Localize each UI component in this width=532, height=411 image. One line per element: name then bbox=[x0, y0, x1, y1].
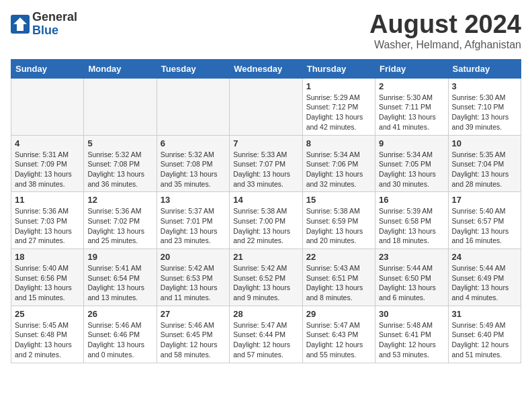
day-info: Sunrise: 5:38 AM Sunset: 7:00 PM Dayligh… bbox=[233, 206, 298, 246]
calendar-cell: 18Sunrise: 5:40 AM Sunset: 6:56 PM Dayli… bbox=[11, 249, 84, 306]
calendar-cell: 26Sunrise: 5:46 AM Sunset: 6:46 PM Dayli… bbox=[84, 306, 157, 363]
day-info: Sunrise: 5:47 AM Sunset: 6:43 PM Dayligh… bbox=[306, 320, 371, 360]
day-info: Sunrise: 5:41 AM Sunset: 6:54 PM Dayligh… bbox=[87, 263, 152, 303]
day-number: 9 bbox=[379, 138, 444, 148]
weekday-header-wednesday: Wednesday bbox=[230, 59, 302, 78]
calendar-cell: 17Sunrise: 5:40 AM Sunset: 6:57 PM Dayli… bbox=[448, 192, 521, 249]
logo-blue: Blue bbox=[32, 24, 77, 38]
calendar-cell: 24Sunrise: 5:44 AM Sunset: 6:49 PM Dayli… bbox=[448, 249, 521, 306]
month-title: August 2024 bbox=[369, 11, 521, 39]
day-number: 6 bbox=[161, 138, 226, 148]
calendar-cell bbox=[157, 78, 229, 135]
weekday-header-monday: Monday bbox=[84, 59, 157, 78]
logo-general: General bbox=[32, 11, 77, 24]
day-info: Sunrise: 5:38 AM Sunset: 6:59 PM Dayligh… bbox=[306, 206, 371, 246]
day-info: Sunrise: 5:42 AM Sunset: 6:53 PM Dayligh… bbox=[161, 263, 226, 303]
calendar-cell: 22Sunrise: 5:43 AM Sunset: 6:51 PM Dayli… bbox=[302, 249, 375, 306]
day-number: 27 bbox=[161, 309, 226, 319]
page-header: General Blue August 2024 Washer, Helmand… bbox=[11, 11, 521, 51]
day-info: Sunrise: 5:36 AM Sunset: 7:03 PM Dayligh… bbox=[15, 206, 80, 246]
calendar-cell: 5Sunrise: 5:32 AM Sunset: 7:08 PM Daylig… bbox=[84, 135, 157, 192]
day-number: 1 bbox=[306, 81, 371, 91]
day-info: Sunrise: 5:33 AM Sunset: 7:07 PM Dayligh… bbox=[233, 150, 298, 189]
day-number: 7 bbox=[233, 138, 298, 148]
day-number: 16 bbox=[379, 195, 444, 205]
day-info: Sunrise: 5:31 AM Sunset: 7:09 PM Dayligh… bbox=[15, 150, 80, 189]
calendar-cell: 8Sunrise: 5:34 AM Sunset: 7:06 PM Daylig… bbox=[302, 135, 375, 192]
day-number: 21 bbox=[233, 252, 298, 262]
day-info: Sunrise: 5:49 AM Sunset: 6:40 PM Dayligh… bbox=[452, 320, 517, 360]
calendar-cell: 20Sunrise: 5:42 AM Sunset: 6:53 PM Dayli… bbox=[157, 249, 229, 306]
day-number: 8 bbox=[306, 138, 371, 148]
calendar-cell: 2Sunrise: 5:30 AM Sunset: 7:11 PM Daylig… bbox=[375, 78, 448, 135]
day-info: Sunrise: 5:35 AM Sunset: 7:04 PM Dayligh… bbox=[452, 150, 517, 189]
calendar-cell: 10Sunrise: 5:35 AM Sunset: 7:04 PM Dayli… bbox=[448, 135, 521, 192]
calendar-cell: 11Sunrise: 5:36 AM Sunset: 7:03 PM Dayli… bbox=[11, 192, 84, 249]
logo-text: General Blue bbox=[32, 11, 77, 38]
calendar-cell: 13Sunrise: 5:37 AM Sunset: 7:01 PM Dayli… bbox=[157, 192, 229, 249]
day-number: 10 bbox=[452, 138, 517, 148]
week-row-5: 25Sunrise: 5:45 AM Sunset: 6:48 PM Dayli… bbox=[11, 306, 521, 363]
weekday-header-thursday: Thursday bbox=[302, 59, 375, 78]
weekday-header-row: SundayMondayTuesdayWednesdayThursdayFrid… bbox=[11, 59, 521, 78]
calendar-cell bbox=[230, 78, 302, 135]
day-info: Sunrise: 5:40 AM Sunset: 6:56 PM Dayligh… bbox=[15, 263, 80, 303]
day-number: 19 bbox=[87, 252, 152, 262]
day-number: 29 bbox=[306, 309, 371, 319]
day-info: Sunrise: 5:39 AM Sunset: 6:58 PM Dayligh… bbox=[379, 206, 444, 246]
week-row-3: 11Sunrise: 5:36 AM Sunset: 7:03 PM Dayli… bbox=[11, 192, 521, 249]
calendar-cell: 31Sunrise: 5:49 AM Sunset: 6:40 PM Dayli… bbox=[448, 306, 521, 363]
day-number: 26 bbox=[87, 309, 152, 319]
calendar-cell: 4Sunrise: 5:31 AM Sunset: 7:09 PM Daylig… bbox=[11, 135, 84, 192]
calendar-cell: 30Sunrise: 5:48 AM Sunset: 6:41 PM Dayli… bbox=[375, 306, 448, 363]
week-row-4: 18Sunrise: 5:40 AM Sunset: 6:56 PM Dayli… bbox=[11, 249, 521, 306]
calendar-cell: 9Sunrise: 5:34 AM Sunset: 7:05 PM Daylig… bbox=[375, 135, 448, 192]
day-info: Sunrise: 5:43 AM Sunset: 6:51 PM Dayligh… bbox=[306, 263, 371, 303]
day-info: Sunrise: 5:30 AM Sunset: 7:11 PM Dayligh… bbox=[379, 93, 444, 132]
calendar-cell: 7Sunrise: 5:33 AM Sunset: 7:07 PM Daylig… bbox=[230, 135, 302, 192]
day-number: 23 bbox=[379, 252, 444, 262]
weekday-header-saturday: Saturday bbox=[448, 59, 521, 78]
day-number: 5 bbox=[87, 138, 152, 148]
day-number: 24 bbox=[452, 252, 517, 262]
day-info: Sunrise: 5:42 AM Sunset: 6:52 PM Dayligh… bbox=[233, 263, 298, 303]
day-number: 18 bbox=[15, 252, 80, 262]
day-info: Sunrise: 5:40 AM Sunset: 6:57 PM Dayligh… bbox=[452, 206, 517, 246]
day-number: 13 bbox=[161, 195, 226, 205]
day-info: Sunrise: 5:34 AM Sunset: 7:05 PM Dayligh… bbox=[379, 150, 444, 189]
day-info: Sunrise: 5:29 AM Sunset: 7:12 PM Dayligh… bbox=[306, 93, 371, 132]
day-info: Sunrise: 5:32 AM Sunset: 7:08 PM Dayligh… bbox=[161, 150, 226, 189]
calendar-cell: 28Sunrise: 5:47 AM Sunset: 6:44 PM Dayli… bbox=[230, 306, 302, 363]
day-number: 31 bbox=[452, 309, 517, 319]
calendar-cell: 21Sunrise: 5:42 AM Sunset: 6:52 PM Dayli… bbox=[230, 249, 302, 306]
day-info: Sunrise: 5:34 AM Sunset: 7:06 PM Dayligh… bbox=[306, 150, 371, 189]
calendar-cell: 23Sunrise: 5:44 AM Sunset: 6:50 PM Dayli… bbox=[375, 249, 448, 306]
title-block: August 2024 Washer, Helmand, Afghanistan bbox=[369, 11, 521, 51]
day-number: 14 bbox=[233, 195, 298, 205]
day-number: 12 bbox=[87, 195, 152, 205]
day-number: 22 bbox=[306, 252, 371, 262]
day-info: Sunrise: 5:30 AM Sunset: 7:10 PM Dayligh… bbox=[452, 93, 517, 132]
calendar-cell: 14Sunrise: 5:38 AM Sunset: 7:00 PM Dayli… bbox=[230, 192, 302, 249]
weekday-header-sunday: Sunday bbox=[11, 59, 84, 78]
day-info: Sunrise: 5:32 AM Sunset: 7:08 PM Dayligh… bbox=[87, 150, 152, 189]
calendar-cell bbox=[84, 78, 157, 135]
weekday-header-friday: Friday bbox=[375, 59, 448, 78]
day-info: Sunrise: 5:44 AM Sunset: 6:49 PM Dayligh… bbox=[452, 263, 517, 303]
calendar-cell bbox=[11, 78, 84, 135]
logo-icon bbox=[11, 15, 30, 34]
location: Washer, Helmand, Afghanistan bbox=[369, 39, 521, 51]
logo: General Blue bbox=[11, 11, 77, 38]
day-info: Sunrise: 5:45 AM Sunset: 6:48 PM Dayligh… bbox=[15, 320, 80, 360]
day-info: Sunrise: 5:46 AM Sunset: 6:46 PM Dayligh… bbox=[87, 320, 152, 360]
day-number: 2 bbox=[379, 81, 444, 91]
day-info: Sunrise: 5:46 AM Sunset: 6:45 PM Dayligh… bbox=[161, 320, 226, 360]
calendar-cell: 15Sunrise: 5:38 AM Sunset: 6:59 PM Dayli… bbox=[302, 192, 375, 249]
day-number: 25 bbox=[15, 309, 80, 319]
day-number: 20 bbox=[161, 252, 226, 262]
weekday-header-tuesday: Tuesday bbox=[157, 59, 229, 78]
day-info: Sunrise: 5:48 AM Sunset: 6:41 PM Dayligh… bbox=[379, 320, 444, 360]
calendar-cell: 6Sunrise: 5:32 AM Sunset: 7:08 PM Daylig… bbox=[157, 135, 229, 192]
week-row-1: 1Sunrise: 5:29 AM Sunset: 7:12 PM Daylig… bbox=[11, 78, 521, 135]
calendar-cell: 19Sunrise: 5:41 AM Sunset: 6:54 PM Dayli… bbox=[84, 249, 157, 306]
